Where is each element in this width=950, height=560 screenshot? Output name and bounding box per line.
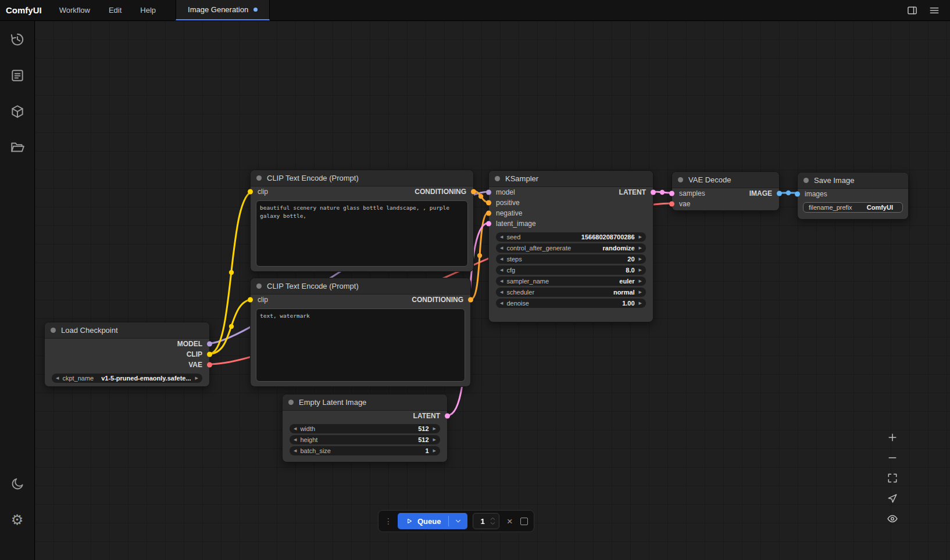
- widget-sampler-name[interactable]: ◀ sampler_name euler ▶: [496, 277, 646, 286]
- node-ksampler[interactable]: KSampler model LATENT positive negative …: [488, 170, 653, 322]
- node-titlebar[interactable]: Load Checkpoint: [45, 322, 209, 339]
- collapse-dot[interactable]: [256, 283, 262, 289]
- widget-control-after-generate[interactable]: ◀ control_after_generate randomize ▶: [496, 243, 646, 253]
- node-save-image[interactable]: Save Image images filename_prefix ComfyU…: [797, 172, 909, 220]
- node-empty-latent-image[interactable]: Empty Latent Image LATENT ◀ width 512 ▶ …: [282, 394, 448, 462]
- widget-scheduler[interactable]: ◀ scheduler normal ▶: [496, 288, 646, 297]
- node-titlebar[interactable]: CLIP Text Encode (Prompt): [251, 170, 473, 186]
- increment-icon[interactable]: ▶: [433, 424, 436, 433]
- next-value-icon[interactable]: ▶: [195, 374, 198, 383]
- collapse-dot[interactable]: [288, 400, 294, 405]
- collapse-dot[interactable]: [256, 175, 262, 181]
- negative-prompt-textarea[interactable]: text, watermark: [256, 308, 465, 382]
- increment-icon[interactable]: ▶: [639, 232, 642, 242]
- widget-seed[interactable]: ◀ seed 156680208700286 ▶: [496, 232, 646, 242]
- panel-toggle-icon[interactable]: [903, 2, 921, 19]
- stop-icon[interactable]: [520, 518, 528, 525]
- widget-cfg[interactable]: ◀ cfg 8.0 ▶: [496, 265, 646, 275]
- node-titlebar[interactable]: CLIP Text Encode (Prompt): [251, 278, 470, 295]
- widget-batch-size[interactable]: ◀ batch_size 1 ▶: [290, 446, 440, 455]
- increment-icon[interactable]: ▶: [639, 243, 642, 253]
- decrement-icon[interactable]: ◀: [294, 424, 297, 433]
- hamburger-menu-icon[interactable]: [926, 2, 943, 19]
- decrement-icon[interactable]: ◀: [500, 243, 503, 253]
- output-dot-conditioning[interactable]: [471, 189, 476, 195]
- positive-prompt-textarea[interactable]: beautiful scenery nature glass bottle la…: [256, 200, 468, 267]
- menu-help[interactable]: Help: [131, 0, 165, 20]
- widget-filename-prefix[interactable]: filename_prefix ComfyUI: [803, 202, 903, 213]
- node-vae-decode[interactable]: VAE Decode samples IMAGE vae: [672, 171, 780, 211]
- input-dot-vae[interactable]: [669, 202, 674, 207]
- decrement-icon[interactable]: ◀: [500, 277, 503, 286]
- input-dot-clip[interactable]: [248, 189, 253, 195]
- output-dot-conditioning[interactable]: [468, 297, 473, 303]
- increment-icon[interactable]: ▶: [433, 446, 436, 455]
- input-dot-model[interactable]: [486, 190, 491, 195]
- settings-gear-icon[interactable]: ⚙: [9, 512, 26, 528]
- input-dot-images[interactable]: [795, 192, 800, 197]
- fit-view-icon[interactable]: [886, 472, 899, 484]
- decrement-icon[interactable]: ◀: [500, 254, 503, 264]
- drag-handle[interactable]: ⋮: [384, 516, 392, 526]
- output-dot-model[interactable]: [207, 342, 212, 347]
- increment-icon[interactable]: ▶: [433, 435, 436, 444]
- workflows-folder-icon[interactable]: [9, 139, 26, 156]
- widget-denoise[interactable]: ◀ denoise 1.00 ▶: [496, 299, 646, 308]
- clear-queue-icon[interactable]: ×: [505, 516, 515, 526]
- model-library-icon[interactable]: [9, 103, 26, 120]
- node-titlebar[interactable]: VAE Decode: [672, 172, 779, 188]
- workflows-history-icon[interactable]: [9, 31, 26, 48]
- tab-image-generation[interactable]: Image Generation: [176, 0, 270, 20]
- output-dot-latent[interactable]: [445, 414, 450, 419]
- zoom-out-icon[interactable]: [886, 451, 899, 464]
- increment-icon[interactable]: ▶: [639, 288, 642, 297]
- collapse-dot[interactable]: [803, 178, 809, 183]
- output-dot-vae[interactable]: [207, 362, 212, 368]
- node-titlebar[interactable]: Save Image: [798, 173, 908, 189]
- increment-icon[interactable]: ▶: [639, 265, 642, 275]
- step-up-icon[interactable]: [490, 517, 495, 520]
- widget-ckpt-name[interactable]: ◀ ckpt_name v1-5-pruned-emaonly.safete..…: [52, 374, 202, 383]
- input-dot-latent-image[interactable]: [486, 221, 491, 227]
- output-dot-clip[interactable]: [207, 352, 212, 357]
- increment-icon[interactable]: ▶: [639, 277, 642, 286]
- queue-button[interactable]: Queue: [398, 513, 467, 529]
- increment-icon[interactable]: ▶: [639, 299, 642, 308]
- menu-workflow[interactable]: Workflow: [50, 0, 99, 20]
- select-mode-icon[interactable]: [886, 492, 899, 505]
- prev-value-icon[interactable]: ◀: [56, 374, 59, 383]
- node-graph-canvas[interactable]: Load Checkpoint MODEL CLIP VAE ◀ ckpt_na…: [35, 21, 950, 560]
- input-dot-samples[interactable]: [669, 191, 674, 196]
- widget-width[interactable]: ◀ width 512 ▶: [290, 424, 440, 433]
- node-titlebar[interactable]: KSampler: [489, 171, 653, 187]
- zoom-in-icon[interactable]: [886, 431, 899, 444]
- output-dot-latent[interactable]: [651, 190, 656, 195]
- widget-steps[interactable]: ◀ steps 20 ▶: [496, 254, 646, 264]
- node-clip-text-encode-positive[interactable]: CLIP Text Encode (Prompt) clip CONDITION…: [250, 170, 474, 272]
- node-load-checkpoint[interactable]: Load Checkpoint MODEL CLIP VAE ◀ ckpt_na…: [44, 322, 210, 387]
- decrement-icon[interactable]: ◀: [500, 265, 503, 275]
- menu-edit[interactable]: Edit: [99, 0, 131, 20]
- output-dot-image[interactable]: [777, 191, 782, 196]
- node-titlebar[interactable]: Empty Latent Image: [283, 394, 447, 411]
- decrement-icon[interactable]: ◀: [500, 288, 503, 297]
- decrement-icon[interactable]: ◀: [500, 232, 503, 242]
- decrement-icon[interactable]: ◀: [294, 435, 297, 444]
- theme-toggle-moon-icon[interactable]: [9, 476, 26, 492]
- widget-height[interactable]: ◀ height 512 ▶: [290, 435, 440, 444]
- input-dot-clip[interactable]: [248, 297, 253, 303]
- input-dot-positive[interactable]: [486, 200, 491, 206]
- decrement-icon[interactable]: ◀: [294, 446, 297, 455]
- batch-count-input[interactable]: 1: [473, 513, 499, 529]
- decrement-icon[interactable]: ◀: [500, 299, 503, 308]
- input-dot-negative[interactable]: [486, 211, 491, 216]
- collapse-dot[interactable]: [51, 328, 56, 333]
- increment-icon[interactable]: ▶: [639, 254, 642, 264]
- queue-options-chevron-icon[interactable]: [449, 513, 467, 529]
- node-library-icon[interactable]: [9, 67, 26, 84]
- collapse-dot[interactable]: [678, 177, 683, 182]
- step-down-icon[interactable]: [490, 522, 495, 525]
- collapse-dot[interactable]: [495, 176, 500, 181]
- toggle-visibility-eye-icon[interactable]: [886, 512, 899, 525]
- node-clip-text-encode-negative[interactable]: CLIP Text Encode (Prompt) clip CONDITION…: [250, 278, 471, 387]
